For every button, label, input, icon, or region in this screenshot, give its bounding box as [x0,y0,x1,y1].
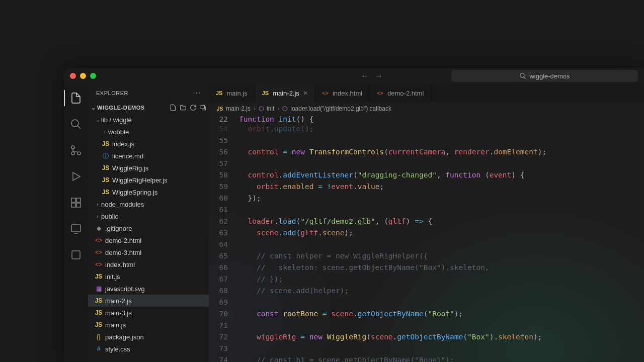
tree-file-wigglerighelper[interactable]: JSWiggleRigHelper.js [88,174,209,186]
tree-file-licence[interactable]: ⓘlicence.md [88,150,209,162]
code-line[interactable]: 68 // scene.add(helper); [209,285,644,297]
code-line[interactable]: 67 // }); [209,274,644,285]
tree-file-index-js[interactable]: JSindex.js [88,138,209,150]
js-file-icon: JS [94,273,103,280]
code-line[interactable]: 69 [209,297,644,308]
tree-label: demo-2.html [105,237,141,244]
code-line[interactable]: 66 // skeleton: scene.getObjectByName("B… [209,262,644,274]
tab-label: demo-2.html [387,89,424,97]
tree-file-wigglerig[interactable]: JSWiggleRig.js [88,162,209,174]
breadcrumb-item[interactable]: loader.load("/gltf/demo2.glb") callback [290,105,391,112]
sidebar: EXPLORER ⋯ ⌄ WIGGLE-DEMOS ⌄lib / wiggle … [88,84,209,362]
code-line[interactable]: 73 [209,343,644,354]
code-line[interactable]: 54 orbit.update(); [209,123,644,135]
tab-label: main-2.js [273,89,299,97]
window-close-button[interactable] [70,73,76,79]
tree-label: javascript.svg [105,285,145,293]
code-line[interactable]: 63 scene.add(gltf.scene); [209,227,644,239]
sidebar-more-icon[interactable]: ⋯ [193,88,201,98]
code-line[interactable]: 72 wiggleRig = new WiggleRig(scene.getOb… [209,331,644,343]
command-center[interactable]: wiggle-demos [451,70,638,82]
code-line[interactable]: 56 control = new TransformControls(curre… [209,146,644,158]
code-line[interactable]: 60 }); [209,193,644,204]
html-file-icon: <> [94,249,103,256]
tree-file-jssvg[interactable]: ▦javascript.svg [88,283,209,295]
html-file-icon: <> [94,261,103,268]
new-file-icon[interactable] [170,104,177,111]
line-number: 61 [209,204,239,216]
tree-file-package[interactable]: {}package.json [88,331,209,343]
tree-folder-lib-wiggle[interactable]: ⌄lib / wiggle [88,114,209,126]
window-maximize-button[interactable] [90,73,96,79]
line-number: 22 [209,115,239,123]
code-line[interactable]: 64 [209,239,644,250]
js-file-icon: JS [101,176,110,184]
window-minimize-button[interactable] [80,73,86,79]
project-header[interactable]: ⌄ WIGGLE-DEMOS [88,102,209,114]
line-number: 73 [209,343,239,354]
line-number: 56 [209,146,239,158]
run-debug-icon[interactable] [64,166,88,187]
tab-main-2-js[interactable]: JSmain-2.js× [255,84,315,102]
line-number: 68 [209,285,239,297]
svg-rect-15 [201,105,204,109]
tree-folder-wobble[interactable]: ›wobble [88,126,209,138]
breadcrumb[interactable]: JS main-2.js › ⬡ init › ⬡ loader.load("/… [209,102,644,115]
new-folder-icon[interactable] [180,104,187,111]
remote-icon[interactable] [64,219,88,239]
extensions-icon[interactable] [64,193,88,213]
code-line[interactable]: 61 [209,204,644,216]
code-content: // scene.add(helper); [239,285,349,297]
line-number: 66 [209,262,239,274]
breadcrumb-item[interactable]: init [267,105,274,112]
tab-index-html[interactable]: <>index.html [315,84,370,102]
tab-main-js[interactable]: JSmain.js [209,84,255,102]
tree-label: demo-3.html [105,249,141,256]
html-file-icon: <> [322,90,329,96]
tree-label: main-3.js [105,309,132,317]
source-control-icon[interactable] [64,140,88,160]
code-content: control.addEventListener("dragging-chang… [239,169,525,181]
nav-back-icon[interactable]: ← [361,71,369,80]
code-line[interactable]: 59 orbit.enabled = !event.value; [209,181,644,193]
tree-file-main3[interactable]: JSmain-3.js [88,307,209,319]
tree-file-indexhtml[interactable]: <>index.html [88,258,209,270]
breadcrumb-item[interactable]: main-2.js [226,105,251,112]
svg-rect-10 [71,203,75,207]
tree-file-wigglespring[interactable]: JSWiggleSpring.js [88,186,209,198]
code-line[interactable]: 55 [209,135,644,146]
code-line[interactable]: 57 [209,158,644,169]
refresh-icon[interactable] [190,104,197,111]
nav-forward-icon[interactable]: → [375,71,383,80]
search-icon [519,72,526,79]
project-actions [170,104,207,111]
tree-file-mainjs[interactable]: JSmain.js [88,319,209,331]
tree-file-demo2[interactable]: <>demo-2.html [88,234,209,246]
code-line[interactable]: 71 [209,320,644,331]
code-line[interactable]: 70 const rootBone = scene.getObjectByNam… [209,308,644,320]
code-line[interactable]: 62 loader.load("/gltf/demo2.glb", (gltf)… [209,216,644,227]
tab-close-icon[interactable]: × [303,89,307,97]
tab-demo-2-html[interactable]: <>demo-2.html [370,84,431,102]
tree-folder-node-modules[interactable]: ›node_modules [88,198,209,210]
titlebar: ← → wiggle-demos [64,68,644,84]
code-line[interactable]: 58 control.addEventListener("dragging-ch… [209,169,644,181]
tree-file-main2[interactable]: JSmain-2.js [88,295,209,307]
tree-folder-public[interactable]: ›public [88,210,209,222]
tree-file-initjs[interactable]: JSinit.js [88,270,209,283]
info-file-icon: ⓘ [101,152,110,160]
chevron-right-icon: › [101,129,108,135]
code-line[interactable]: 65 // const helper = new WiggleRigHelper… [209,250,644,262]
explorer-icon[interactable] [64,88,88,108]
tree-file-gitignore[interactable]: ◆.gitignore [88,222,209,234]
tree-file-demo3[interactable]: <>demo-3.html [88,246,209,258]
sticky-scroll[interactable]: 22 function init() { [209,115,644,123]
js-file-icon: JS [94,321,103,328]
collapse-all-icon[interactable] [200,104,207,111]
sidebar-extra-icon[interactable] [64,245,88,265]
code-editor[interactable]: 54 orbit.update();5556 control = new Tra… [209,123,644,362]
code-line[interactable]: 74 // const b1 = scene.getObjectByName("… [209,354,644,362]
chevron-right-icon: › [94,213,101,219]
search-view-icon[interactable] [64,114,88,134]
tree-file-stylecss[interactable]: #style.css [88,343,209,355]
